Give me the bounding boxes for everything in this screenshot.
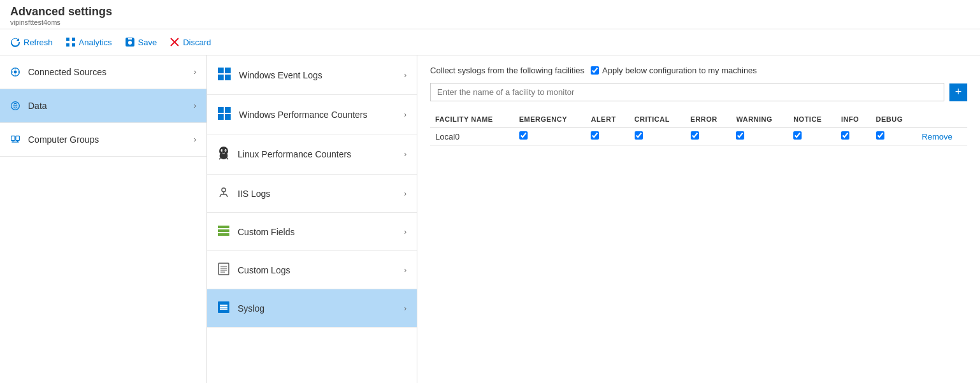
windows-event-logs-icon <box>217 67 231 83</box>
table-row: Local0 Remove <box>430 127 967 146</box>
syslog-label: Syslog <box>238 303 264 314</box>
toolbar: Refresh Analytics Save Discard <box>0 29 980 55</box>
svg-rect-25 <box>225 107 231 113</box>
discard-label: Discard <box>183 38 211 47</box>
svg-line-40 <box>220 194 221 197</box>
sidebar-item-connected-sources[interactable]: Connected Sources › <box>0 55 206 89</box>
refresh-button[interactable]: Refresh <box>10 34 53 50</box>
iis-logs-label: IIS Logs <box>238 189 270 199</box>
save-button[interactable]: Save <box>125 34 157 50</box>
alert-cell <box>586 127 629 146</box>
svg-rect-26 <box>218 114 224 120</box>
middle-item-linux-performance-counters[interactable]: Linux Performance Counters › <box>207 134 417 175</box>
col-emergency: EMERGENCY <box>514 112 586 127</box>
svg-rect-23 <box>225 75 231 80</box>
error-checkbox[interactable] <box>691 131 699 140</box>
svg-line-41 <box>226 194 227 197</box>
svg-rect-15 <box>11 136 15 140</box>
windows-performance-counters-label: Windows Performance Counters <box>239 110 368 120</box>
svg-rect-21 <box>225 68 231 73</box>
iis-logs-chevron: › <box>404 189 407 198</box>
debug-cell <box>871 127 917 146</box>
info-cell <box>836 127 871 146</box>
sidebar: Connected Sources › Data › Computer Grou… <box>0 55 207 383</box>
analytics-label: Analytics <box>79 38 112 47</box>
linux-performance-counters-icon <box>217 146 230 163</box>
apply-configuration-label[interactable]: Apply below configuration to my machines <box>591 66 757 75</box>
apply-configuration-checkbox[interactable] <box>591 66 599 75</box>
notice-checkbox[interactable] <box>793 131 802 140</box>
svg-rect-27 <box>225 114 231 120</box>
svg-point-7 <box>14 71 17 74</box>
connected-sources-label: Connected Sources <box>28 67 106 77</box>
linux-performance-counters-label: Linux Performance Counters <box>238 149 351 159</box>
middle-panel: Windows Event Logs › Windows Performance… <box>207 55 417 383</box>
computer-groups-icon <box>10 134 20 145</box>
facility-input-row: + <box>430 83 967 101</box>
windows-performance-counters-icon <box>217 106 231 122</box>
iis-logs-icon <box>217 186 230 201</box>
middle-item-syslog[interactable]: Syslog › <box>207 289 417 328</box>
svg-point-32 <box>226 150 226 151</box>
critical-cell <box>630 127 686 146</box>
connected-sources-chevron: › <box>194 68 196 76</box>
debug-checkbox[interactable] <box>876 131 884 140</box>
header-section: Advanced settings vipinsfttest4oms <box>0 0 980 29</box>
svg-rect-1 <box>72 38 75 41</box>
svg-point-30 <box>225 149 227 152</box>
right-panel: Collect syslogs from the following facil… <box>417 55 980 383</box>
emergency-cell <box>514 127 586 146</box>
facility-input[interactable] <box>430 83 944 101</box>
custom-fields-label: Custom Fields <box>238 227 294 237</box>
computer-groups-chevron: › <box>194 135 196 144</box>
analytics-button[interactable]: Analytics <box>66 34 112 50</box>
sidebar-item-computer-groups[interactable]: Computer Groups › <box>0 123 206 157</box>
col-notice: NOTICE <box>788 112 836 127</box>
warning-checkbox[interactable] <box>736 131 744 140</box>
custom-fields-chevron: › <box>404 228 407 236</box>
svg-line-34 <box>227 158 228 159</box>
discard-button[interactable]: Discard <box>169 34 211 50</box>
syslog-icon <box>217 301 230 315</box>
computer-groups-label: Computer Groups <box>28 134 99 145</box>
svg-rect-43 <box>218 229 229 232</box>
middle-item-custom-logs[interactable]: Custom Logs › <box>207 251 417 289</box>
remove-button[interactable]: Remove <box>916 127 967 146</box>
col-critical: CRITICAL <box>630 112 686 127</box>
col-debug: DEBUG <box>871 112 917 127</box>
apply-configuration-text: Apply below configuration to my machines <box>602 66 757 75</box>
collect-text: Collect syslogs from the following facil… <box>430 66 584 75</box>
save-label: Save <box>138 38 157 47</box>
alert-checkbox[interactable] <box>591 131 599 140</box>
connected-sources-icon <box>10 67 20 77</box>
middle-item-iis-logs[interactable]: IIS Logs › <box>207 175 417 213</box>
col-facility-name: FACILITY NAME <box>430 112 514 127</box>
main-layout: Connected Sources › Data › Computer Grou… <box>0 55 980 383</box>
custom-fields-icon <box>217 224 230 239</box>
svg-rect-42 <box>218 226 229 228</box>
emergency-checkbox[interactable] <box>519 131 528 140</box>
middle-item-custom-fields[interactable]: Custom Fields › <box>207 213 417 251</box>
linux-performance-counters-chevron: › <box>404 150 407 159</box>
svg-rect-45 <box>219 263 229 275</box>
svg-rect-2 <box>66 43 69 47</box>
warning-cell <box>731 127 788 146</box>
sidebar-item-data[interactable]: Data › <box>0 89 206 123</box>
custom-logs-label: Custom Logs <box>238 265 290 275</box>
facility-name-cell: Local0 <box>430 127 514 146</box>
svg-rect-20 <box>218 68 224 73</box>
svg-rect-22 <box>218 75 224 80</box>
svg-rect-3 <box>72 43 75 47</box>
svg-rect-16 <box>16 136 20 140</box>
col-alert: ALERT <box>586 112 629 127</box>
custom-logs-icon <box>217 263 230 277</box>
middle-item-windows-performance-counters[interactable]: Windows Performance Counters › <box>207 95 417 134</box>
svg-point-37 <box>222 188 226 192</box>
svg-rect-24 <box>218 107 224 113</box>
refresh-icon <box>10 37 20 47</box>
add-facility-button[interactable]: + <box>949 83 967 101</box>
windows-performance-counters-chevron: › <box>404 110 407 119</box>
middle-item-windows-event-logs[interactable]: Windows Event Logs › <box>207 55 417 95</box>
info-checkbox[interactable] <box>841 131 849 140</box>
critical-checkbox[interactable] <box>635 131 643 140</box>
